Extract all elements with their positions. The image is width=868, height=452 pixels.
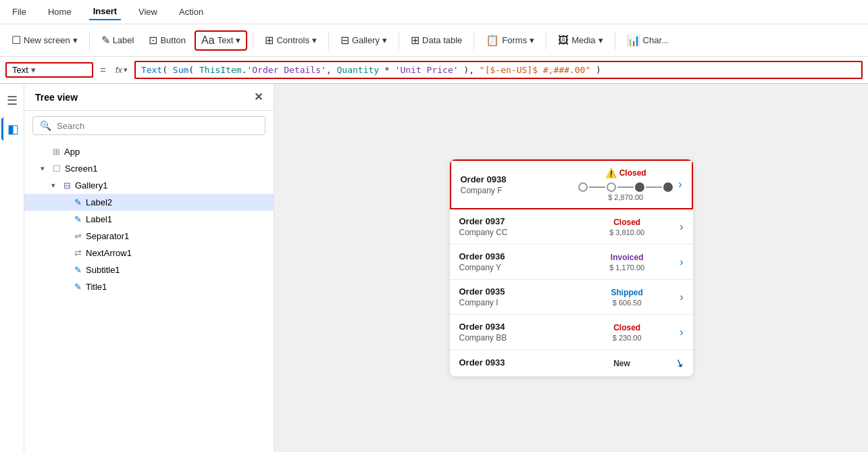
toolbar-divider-1 <box>89 31 90 50</box>
menu-bar: File Home Insert View Action <box>0 0 868 24</box>
gallery-icon: ⊟ <box>340 34 349 47</box>
toolbar: ☐ New screen ▾ ✎ Label ⊡ Button Aa Text … <box>0 24 868 57</box>
row-order-5: Order 0934 <box>459 322 580 332</box>
tree-item-gallery1[interactable]: ▾ ⊟ Gallery1 <box>24 177 274 194</box>
separator-icon: ⇌ <box>74 231 82 241</box>
chevron-down-icon-forms: ▾ <box>530 35 534 45</box>
tree-content: ⊞ App ▾ ☐ Screen1 ▾ ⊟ Gallery1 ✎ Label2 <box>24 141 274 452</box>
menu-home[interactable]: Home <box>44 4 76 20</box>
label1-icon: ✎ <box>74 214 82 224</box>
chevron-down-icon-media: ▾ <box>598 35 603 45</box>
pipeline-line-2 <box>617 186 634 188</box>
row-price-4: $ 606.50 <box>613 299 642 307</box>
row-order-2: Order 0937 <box>459 216 580 226</box>
formula-input[interactable]: Text( Sum( ThisItem.'Order Details', Qua… <box>134 61 863 79</box>
data-table-icon: ⊞ <box>411 34 419 47</box>
menu-view[interactable]: View <box>134 4 161 20</box>
row-center-4: Shipped $ 606.50 <box>580 288 674 307</box>
chevron-down-icon-gallery: ▾ <box>382 35 387 45</box>
row-arrow-6[interactable]: ↘ <box>673 355 686 370</box>
title1-icon: ✎ <box>74 282 82 292</box>
button-button[interactable]: ⊡ Button <box>143 30 192 50</box>
tree-item-subtitle1[interactable]: ✎ Subtitle1 <box>24 261 274 278</box>
pipeline-circle-4 <box>663 182 673 192</box>
tree-item-nextarrow1[interactable]: ⇄ NextArrow1 <box>24 245 274 261</box>
tree-item-title1[interactable]: ✎ Title1 <box>24 278 274 295</box>
controls-button[interactable]: ⊞ Controls ▾ <box>259 30 322 50</box>
tree-label-gallery1: Gallery1 <box>75 180 107 191</box>
tree-view-title: Tree view <box>35 92 78 103</box>
chevron-down-icon-formula[interactable]: ▾ <box>31 65 36 75</box>
gallery-row-4[interactable]: Order 0935 Company I Shipped $ 606.50 › <box>450 280 693 315</box>
tree-close-button[interactable]: ✕ <box>254 91 263 103</box>
media-button[interactable]: 🖼 Media ▾ <box>552 31 609 50</box>
row-price-1: $ 2,870.00 <box>608 193 643 201</box>
row-arrow-4[interactable]: › <box>680 291 683 303</box>
text-button[interactable]: Aa Text ▾ <box>195 30 247 51</box>
gallery-row-2[interactable]: Order 0937 Company CC Closed $ 3,810.00 … <box>450 209 693 245</box>
row-price-2: $ 3,810.00 <box>609 228 644 236</box>
sidebar-icons: ☰ ◧ <box>0 84 24 452</box>
toolbar-divider-6 <box>546 31 546 50</box>
tree-item-screen1[interactable]: ▾ ☐ Screen1 <box>24 160 274 177</box>
app-icon: ⊞ <box>53 147 60 157</box>
tree-label-label1: Label1 <box>86 214 112 224</box>
media-icon: 🖼 <box>558 34 569 47</box>
row-center-1: ⚠️ Closed $ 2,870.00 <box>578 168 673 201</box>
row-company-2: Company CC <box>459 228 580 237</box>
tree-search-box[interactable]: 🔍 <box>32 116 265 135</box>
gallery-row-6[interactable]: Order 0933 New ↘ <box>450 350 693 376</box>
row-status-5: Closed <box>613 323 640 332</box>
gallery-card: Order 0938 Company F ⚠️ Closed <box>450 159 693 376</box>
tree-label-subtitle1: Subtitle1 <box>86 265 120 275</box>
gallery-row-1[interactable]: Order 0938 Company F ⚠️ Closed <box>450 159 693 209</box>
formula-fx-button[interactable]: fx ▾ <box>113 65 130 75</box>
tree-header: Tree view ✕ <box>24 84 274 111</box>
tree-item-label2[interactable]: ✎ Label2 <box>24 194 274 211</box>
gallery-row-5[interactable]: Order 0934 Company BB Closed $ 230.00 › <box>450 315 693 350</box>
label-button[interactable]: ✎ Label <box>95 30 141 50</box>
hamburger-icon[interactable]: ☰ <box>3 89 22 112</box>
expand-icon-screen1: ▾ <box>41 164 49 173</box>
row-arrow-2[interactable]: › <box>680 221 683 233</box>
formula-bar: Text ▾ = fx ▾ Text( Sum( ThisItem.'Order… <box>0 57 868 84</box>
menu-insert[interactable]: Insert <box>89 3 121 20</box>
forms-button[interactable]: 📋 Forms ▾ <box>480 30 540 50</box>
menu-file[interactable]: File <box>8 4 30 20</box>
row-order-4: Order 0935 <box>459 286 580 297</box>
new-screen-icon: ☐ <box>11 34 21 47</box>
pipeline-circle-3 <box>635 182 644 192</box>
gallery-button[interactable]: ⊟ Gallery ▾ <box>334 30 393 50</box>
chart-button[interactable]: 📊 Char... <box>621 30 675 50</box>
new-screen-button[interactable]: ☐ New screen ▾ <box>5 30 84 50</box>
search-input[interactable] <box>57 121 258 131</box>
chart-icon: 📊 <box>627 34 640 47</box>
tree-label-separator1: Separator1 <box>86 231 129 241</box>
row-status-2: Closed <box>613 218 640 227</box>
tree-item-label1[interactable]: ✎ Label1 <box>24 211 274 228</box>
toolbar-divider-4 <box>399 31 399 50</box>
tree-item-app[interactable]: ⊞ App <box>24 143 274 160</box>
row-arrow-5[interactable]: › <box>680 326 683 338</box>
menu-action[interactable]: Action <box>175 4 207 20</box>
tree-item-separator1[interactable]: ⇌ Separator1 <box>24 228 274 245</box>
data-table-button[interactable]: ⊞ Data table <box>405 30 468 50</box>
row-left-6: Order 0933 <box>459 357 575 369</box>
row-order-6: Order 0933 <box>459 357 575 368</box>
layers-icon[interactable]: ◧ <box>1 118 23 141</box>
row-arrow-1[interactable]: › <box>678 178 682 191</box>
row-center-6: New <box>575 359 669 368</box>
formula-name-box[interactable]: Text ▾ <box>5 62 93 78</box>
label-icon: ✎ <box>101 34 110 47</box>
row-status-3: Invoiced <box>611 253 644 262</box>
row-center-3: Invoiced $ 1,170.00 <box>580 253 674 272</box>
row-left-1: Order 0938 Company F <box>461 174 579 195</box>
row-arrow-3[interactable]: › <box>680 256 683 268</box>
row-left-5: Order 0934 Company BB <box>459 322 580 343</box>
chevron-down-icon-fx[interactable]: ▾ <box>124 66 128 74</box>
row-company-5: Company BB <box>459 333 580 343</box>
toolbar-divider-2 <box>253 31 253 50</box>
gallery-row-3[interactable]: Order 0936 Company Y Invoiced $ 1,170.00… <box>450 245 693 280</box>
nextarrow-icon: ⇄ <box>74 248 82 258</box>
row-left-2: Order 0937 Company CC <box>459 216 580 237</box>
